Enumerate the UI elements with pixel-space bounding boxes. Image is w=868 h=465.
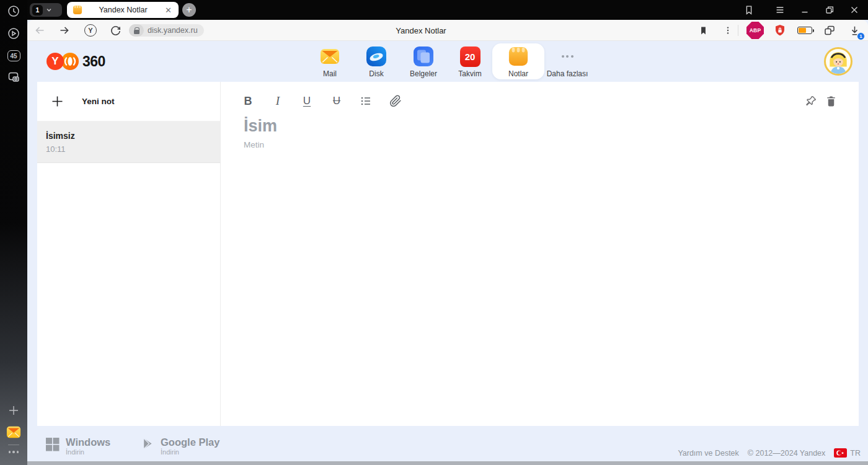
forward-button[interactable] bbox=[57, 23, 72, 38]
service-label: Belgeler bbox=[410, 69, 437, 78]
toolbar-divider bbox=[738, 25, 738, 36]
list-button[interactable] bbox=[356, 92, 375, 110]
store-action: İndirin bbox=[161, 448, 219, 456]
app-header: Y 360 bbox=[27, 41, 868, 82]
minimize-button[interactable] bbox=[797, 2, 812, 17]
service-mail[interactable]: Mail bbox=[304, 43, 356, 79]
google-play-icon bbox=[141, 437, 154, 450]
tab-group-chip[interactable]: 1 bbox=[30, 3, 62, 17]
turkey-flag-icon bbox=[834, 448, 847, 458]
service-takvim[interactable]: 20 Takvim bbox=[444, 43, 496, 79]
avatar-illustration bbox=[826, 49, 851, 74]
yandex-360-logo[interactable]: Y 360 bbox=[46, 53, 105, 70]
chevron-down-icon bbox=[45, 6, 53, 14]
extensions-icon[interactable] bbox=[822, 23, 837, 38]
windows-download-link[interactable]: Windows İndirin bbox=[45, 437, 110, 456]
bookmark-icon[interactable] bbox=[696, 23, 711, 38]
pin-button[interactable] bbox=[802, 92, 820, 110]
service-label: Disk bbox=[369, 69, 383, 78]
protect-shield-icon[interactable] bbox=[773, 23, 787, 38]
add-panel-icon[interactable] bbox=[6, 403, 21, 418]
tab-title: Yandex Notlar bbox=[82, 6, 164, 14]
address-bar: Y disk.yandex.ru Yandex Notlar ABP bbox=[27, 20, 868, 41]
logo-suffix: 360 bbox=[82, 53, 105, 70]
service-label: Mail bbox=[323, 69, 337, 78]
googleplay-download-link[interactable]: Google Play İndirin bbox=[141, 437, 219, 456]
kebab-menu-icon[interactable] bbox=[720, 23, 735, 38]
new-tab-button[interactable]: + bbox=[182, 3, 196, 17]
language-selector[interactable]: TR bbox=[834, 448, 861, 458]
back-button[interactable] bbox=[32, 23, 47, 38]
mail-app-icon[interactable] bbox=[6, 425, 21, 440]
bookmarks-panel-icon[interactable] bbox=[742, 2, 756, 17]
yandex-button[interactable]: Y bbox=[83, 23, 98, 38]
avatar[interactable] bbox=[824, 47, 852, 76]
refresh-button[interactable] bbox=[108, 23, 123, 38]
calendar-date: 20 bbox=[460, 46, 480, 67]
tab-count: 45 bbox=[7, 50, 20, 61]
download-badge: 1 bbox=[857, 32, 865, 40]
locale-label: TR bbox=[850, 449, 861, 458]
window-bottom-border bbox=[27, 461, 868, 465]
bold-button[interactable]: B bbox=[239, 92, 257, 110]
store-action: İndirin bbox=[66, 448, 110, 456]
strikethrough-button[interactable]: U bbox=[327, 92, 346, 110]
attach-button[interactable] bbox=[386, 92, 405, 110]
plus-icon bbox=[51, 95, 64, 108]
disk-icon bbox=[366, 45, 387, 68]
restore-button[interactable] bbox=[822, 2, 837, 17]
pin-icon bbox=[805, 95, 817, 107]
tab-bar: 1 Yandex Notlar ✕ + bbox=[27, 0, 868, 20]
note-editor-panel: B I U U İsim bbox=[220, 82, 859, 426]
service-more[interactable]: Daha fazlası bbox=[536, 43, 598, 79]
store-name: Google Play bbox=[161, 437, 219, 447]
browser-tab[interactable]: Yandex Notlar ✕ bbox=[67, 2, 179, 18]
copyright: © 2012—2024 Yandex bbox=[748, 449, 826, 458]
trash-icon bbox=[826, 95, 836, 107]
documents-icon bbox=[413, 45, 434, 68]
underline-button[interactable]: U bbox=[298, 92, 316, 110]
delete-button[interactable] bbox=[822, 92, 840, 110]
abp-extension-icon[interactable]: ABP bbox=[746, 22, 764, 39]
list-icon bbox=[360, 95, 372, 107]
battery-icon[interactable] bbox=[797, 27, 812, 34]
note-title-input[interactable]: İsim bbox=[244, 117, 277, 136]
history-icon[interactable] bbox=[6, 4, 21, 19]
ellipsis-icon bbox=[562, 45, 574, 68]
help-link[interactable]: Yardım ve Destek bbox=[678, 449, 738, 458]
notes-favicon-icon bbox=[73, 5, 82, 15]
notes-list-panel: Yeni not İsimsiz 10:11 bbox=[37, 82, 220, 426]
close-button[interactable] bbox=[847, 2, 862, 17]
service-label: Daha fazlası bbox=[547, 69, 588, 78]
tab-counter-badge[interactable]: 45 bbox=[6, 48, 21, 63]
tab-group-count: 1 bbox=[32, 5, 43, 16]
more-icon[interactable] bbox=[6, 451, 21, 453]
notes-icon bbox=[508, 45, 529, 68]
note-list-item[interactable]: İsimsiz 10:11 bbox=[37, 122, 220, 163]
italic-button[interactable]: I bbox=[268, 92, 287, 110]
page-title: Yandex Notlar bbox=[362, 20, 480, 41]
calendar-icon: 20 bbox=[460, 45, 480, 68]
app-footer: Windows İndirin Google Play İndirin Yard… bbox=[27, 426, 868, 461]
menu-icon[interactable] bbox=[773, 2, 787, 17]
service-disk[interactable]: Disk bbox=[350, 43, 402, 79]
new-note-label: Yeni not bbox=[82, 97, 115, 106]
lock-icon bbox=[129, 24, 144, 37]
bold-icon: B bbox=[244, 95, 252, 108]
screenshot-icon[interactable] bbox=[6, 69, 21, 84]
store-name: Windows bbox=[66, 437, 110, 447]
note-body-input[interactable]: Metin bbox=[244, 140, 264, 149]
360-mark-icon bbox=[61, 53, 79, 70]
new-note-button[interactable]: Yeni not bbox=[37, 82, 220, 122]
yandex-y-icon: Y bbox=[84, 24, 97, 37]
tab-close-icon[interactable]: ✕ bbox=[164, 5, 173, 16]
service-belgeler[interactable]: Belgeler bbox=[397, 43, 450, 79]
service-label: Takvim bbox=[458, 69, 481, 78]
underline-icon: U bbox=[303, 95, 311, 107]
yandex-logo-icon: Y bbox=[46, 53, 64, 70]
italic-icon: I bbox=[276, 94, 280, 108]
player-icon[interactable] bbox=[6, 26, 21, 41]
download-icon[interactable]: 1 bbox=[847, 23, 862, 38]
url-box[interactable]: disk.yandex.ru bbox=[129, 24, 204, 37]
mail-icon bbox=[319, 45, 341, 68]
